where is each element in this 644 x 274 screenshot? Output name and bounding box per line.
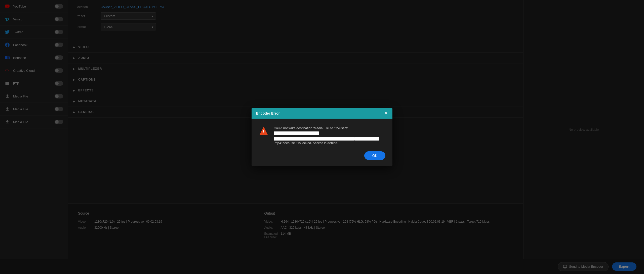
modal-message: Could not write destination 'Media File'… bbox=[274, 126, 385, 145]
modal-message-start: Could not write destination 'Media File'… bbox=[274, 126, 348, 130]
redacted-path-1 bbox=[274, 131, 319, 135]
warning-icon: ! bbox=[259, 126, 269, 136]
modal-message-end: .mp4' because it is locked. Access is de… bbox=[274, 141, 338, 145]
modal-overlay: Encoder Error ✕ ! Could not write destin… bbox=[0, 0, 644, 274]
modal-header: Encoder Error ✕ bbox=[252, 108, 392, 119]
modal-ok-button[interactable]: OK bbox=[364, 151, 385, 160]
modal-footer: OK bbox=[252, 151, 392, 166]
modal-title: Encoder Error bbox=[256, 111, 280, 115]
modal-body: ! Could not write destination 'Media Fil… bbox=[252, 119, 392, 151]
svg-text:!: ! bbox=[263, 129, 265, 134]
encoder-error-modal: Encoder Error ✕ ! Could not write destin… bbox=[252, 108, 392, 166]
redacted-path-3 bbox=[354, 137, 379, 141]
modal-close-button[interactable]: ✕ bbox=[384, 111, 388, 116]
redacted-path-2 bbox=[274, 137, 354, 141]
